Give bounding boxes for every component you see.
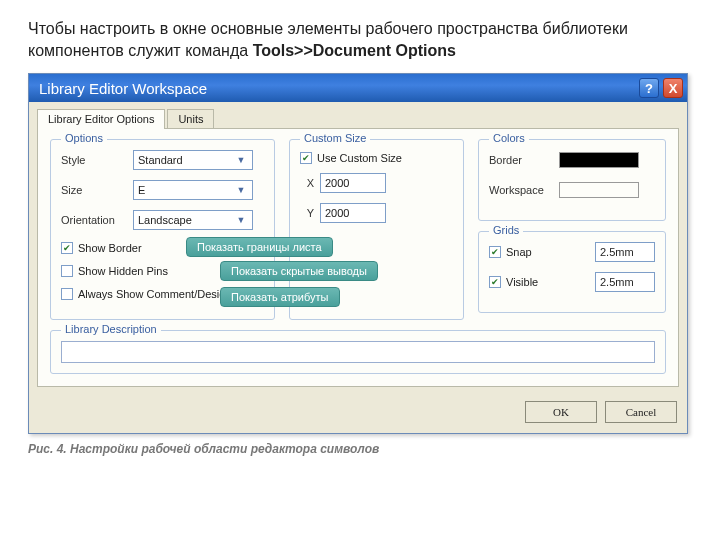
tab-bar: Library Editor Options Units [29, 102, 687, 128]
ok-button[interactable]: OK [525, 401, 597, 423]
library-description-input[interactable] [61, 341, 655, 363]
group-library-description: Library Description [50, 330, 666, 374]
dialog-buttons: OK Cancel [29, 395, 687, 433]
snap-value: 2.5mm [600, 246, 634, 258]
dialog-window: Library Editor Workspace ? X Library Edi… [28, 73, 688, 434]
y-label: Y [300, 207, 320, 219]
visible-label: Visible [506, 276, 538, 288]
checkbox-icon [300, 152, 312, 164]
checkbox-icon [61, 288, 73, 300]
close-button[interactable]: X [663, 78, 683, 98]
orientation-combo[interactable]: Landscape ▼ [133, 210, 253, 230]
visible-field[interactable]: 2.5mm [595, 272, 655, 292]
group-colors-title: Colors [489, 132, 529, 144]
tab-library-editor-options[interactable]: Library Editor Options [37, 109, 165, 129]
y-value: 2000 [325, 207, 349, 219]
window-title: Library Editor Workspace [39, 80, 207, 97]
checkbox-icon [489, 246, 501, 258]
intro-text: Чтобы настроить в окне основные элементы… [28, 18, 692, 61]
chevron-down-icon: ▼ [234, 155, 248, 165]
callout-show-hidden: Показать скрытые выводы [220, 261, 378, 281]
y-field[interactable]: 2000 [320, 203, 386, 223]
callout-show-attributes: Показать атрибуты [220, 287, 340, 307]
group-grids: Grids Snap 2.5mm Visible 2.5mm [478, 231, 666, 313]
cancel-button[interactable]: Cancel [605, 401, 677, 423]
orientation-value: Landscape [138, 214, 192, 226]
style-label: Style [61, 154, 133, 166]
size-combo[interactable]: E ▼ [133, 180, 253, 200]
orientation-label: Orientation [61, 214, 133, 226]
help-button[interactable]: ? [639, 78, 659, 98]
group-desc-title: Library Description [61, 323, 161, 335]
checkbox-icon [489, 276, 501, 288]
titlebar[interactable]: Library Editor Workspace ? X [29, 74, 687, 102]
chevron-down-icon: ▼ [234, 215, 248, 225]
show-border-label: Show Border [78, 242, 142, 254]
snap-check[interactable]: Snap [489, 244, 595, 260]
use-custom-size-check[interactable]: Use Custom Size [300, 150, 453, 166]
chevron-down-icon: ▼ [234, 185, 248, 195]
border-color-label: Border [489, 154, 559, 166]
tab-panel: Options Style Standard ▼ Size E ▼ [37, 128, 679, 387]
x-field[interactable]: 2000 [320, 173, 386, 193]
border-color-swatch[interactable] [559, 152, 639, 168]
checkbox-icon [61, 265, 73, 277]
x-label: X [300, 177, 320, 189]
visible-value: 2.5mm [600, 276, 634, 288]
style-value: Standard [138, 154, 183, 166]
callout-show-border: Показать границы листа [186, 237, 333, 257]
use-custom-size-label: Use Custom Size [317, 152, 402, 164]
group-grids-title: Grids [489, 224, 523, 236]
snap-label: Snap [506, 246, 532, 258]
group-custom-title: Custom Size [300, 132, 370, 144]
tab-units[interactable]: Units [167, 109, 214, 129]
workspace-color-label: Workspace [489, 184, 559, 196]
visible-check[interactable]: Visible [489, 274, 595, 290]
group-options-title: Options [61, 132, 107, 144]
size-value: E [138, 184, 145, 196]
show-hidden-pins-label: Show Hidden Pins [78, 265, 168, 277]
workspace-color-swatch[interactable] [559, 182, 639, 198]
size-label: Size [61, 184, 133, 196]
x-value: 2000 [325, 177, 349, 189]
figure-caption: Рис. 4. Настройки рабочей области редакт… [28, 442, 692, 456]
checkbox-icon [61, 242, 73, 254]
snap-field[interactable]: 2.5mm [595, 242, 655, 262]
group-colors: Colors Border Workspace [478, 139, 666, 221]
intro-command: Tools>>Document Options [253, 42, 456, 59]
style-combo[interactable]: Standard ▼ [133, 150, 253, 170]
